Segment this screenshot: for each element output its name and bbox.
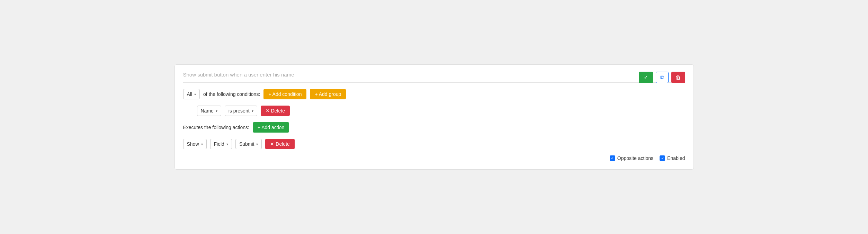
chevron-down-icon: ▾ bbox=[226, 142, 228, 146]
delete-action-button[interactable]: ✕ Delete bbox=[265, 139, 294, 149]
chevron-down-icon: ▾ bbox=[216, 109, 217, 113]
copy-icon: ⧉ bbox=[660, 74, 664, 81]
delete-rule-button[interactable]: 🗑 bbox=[671, 72, 685, 83]
chevron-down-icon: ▾ bbox=[201, 142, 203, 146]
action-row: Show ▾ Field ▾ Submit ▾ ✕ Delete bbox=[183, 139, 685, 149]
conditions-row: All ▾ of the following conditions: + Add… bbox=[183, 89, 685, 99]
opposite-actions-text: Opposite actions bbox=[617, 155, 653, 161]
field-value: Name bbox=[201, 108, 214, 114]
check-icon: ✓ bbox=[644, 74, 648, 81]
action-select[interactable]: Show ▾ bbox=[183, 139, 207, 149]
condition-row: Name ▾ is present ▾ ✕ Delete bbox=[197, 106, 685, 116]
field-select[interactable]: Name ▾ bbox=[197, 106, 221, 116]
rule-title: Show submit button when a user enter his… bbox=[183, 72, 294, 78]
rule-card: Show submit button when a user enter his… bbox=[175, 64, 694, 170]
of-label: of the following conditions: bbox=[203, 91, 260, 97]
delete-condition-label: ✕ Delete bbox=[266, 108, 285, 114]
add-action-button[interactable]: + Add action bbox=[253, 122, 289, 133]
delete-action-label: ✕ Delete bbox=[270, 141, 289, 147]
trash-icon: 🗑 bbox=[675, 74, 681, 81]
operator-select[interactable]: is present ▾ bbox=[225, 106, 257, 116]
top-right-buttons: ✓ ⧉ 🗑 bbox=[639, 72, 685, 83]
quantifier-select[interactable]: All ▾ bbox=[183, 89, 200, 99]
enabled-checkbox[interactable]: ✓ bbox=[660, 155, 665, 161]
target-select[interactable]: Field ▾ bbox=[210, 139, 232, 149]
confirm-button[interactable]: ✓ bbox=[639, 72, 653, 83]
enabled-text: Enabled bbox=[667, 155, 685, 161]
quantifier-value: All bbox=[187, 91, 193, 97]
opposite-actions-label[interactable]: ✓ Opposite actions bbox=[610, 155, 653, 161]
chevron-down-icon: ▾ bbox=[252, 109, 253, 113]
target-value: Field bbox=[214, 141, 224, 147]
opposite-actions-checkbox[interactable]: ✓ bbox=[610, 155, 615, 161]
add-condition-label: + Add condition bbox=[268, 91, 302, 97]
copy-button[interactable]: ⧉ bbox=[656, 72, 669, 83]
delete-condition-button[interactable]: ✕ Delete bbox=[261, 106, 290, 116]
add-action-label: + Add action bbox=[258, 125, 284, 130]
operator-value: is present bbox=[229, 108, 250, 114]
value-select[interactable]: Submit ▾ bbox=[235, 139, 262, 149]
add-group-label: + Add group bbox=[315, 91, 341, 97]
enabled-label[interactable]: ✓ Enabled bbox=[660, 155, 685, 161]
executes-label: Executes the following actions: bbox=[183, 125, 249, 130]
value-value: Submit bbox=[239, 141, 254, 147]
add-condition-button[interactable]: + Add condition bbox=[263, 89, 306, 99]
action-value: Show bbox=[187, 141, 199, 147]
title-bar: Show submit button when a user enter his… bbox=[183, 72, 685, 83]
chevron-down-icon: ▾ bbox=[256, 142, 258, 146]
add-group-button[interactable]: + Add group bbox=[310, 89, 346, 99]
bottom-right: ✓ Opposite actions ✓ Enabled bbox=[183, 155, 685, 161]
actions-row: Executes the following actions: + Add ac… bbox=[183, 122, 685, 133]
chevron-down-icon: ▾ bbox=[194, 92, 196, 96]
